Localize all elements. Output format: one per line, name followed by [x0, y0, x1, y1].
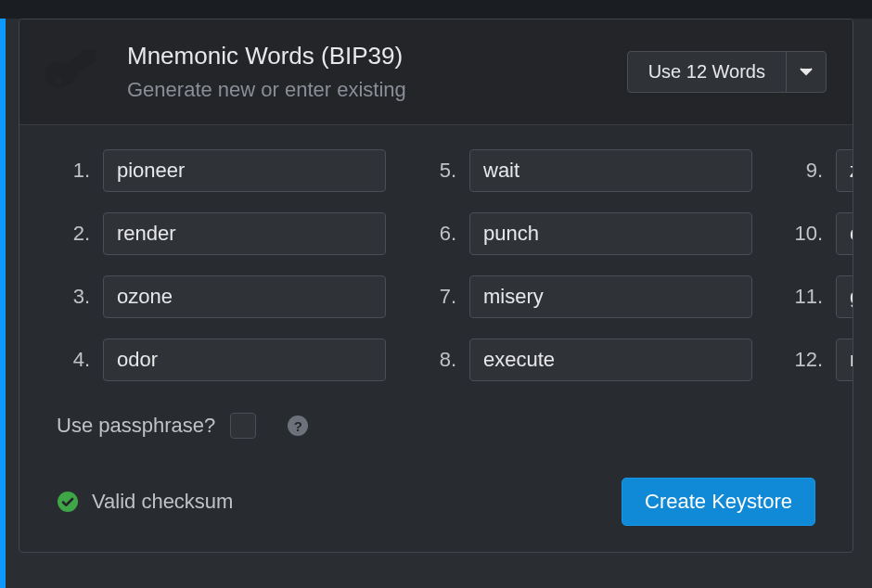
word-cell: 10.	[789, 212, 853, 255]
mnemonic-words-grid: 1. 2. 3. 4. 5. 6. 7. 8. 9. 10. 11. 12.	[57, 149, 815, 381]
svg-point-0	[58, 492, 78, 512]
word-cell: 8.	[423, 339, 752, 381]
mnemonic-word-input-7[interactable]	[469, 275, 752, 318]
word-cell: 12.	[789, 339, 853, 381]
word-number: 5.	[423, 159, 456, 183]
mnemonic-word-input-6[interactable]	[469, 212, 752, 255]
word-number: 12.	[789, 348, 823, 372]
mnemonic-word-input-9[interactable]	[836, 149, 853, 192]
mnemonic-word-input-11[interactable]	[836, 275, 853, 318]
mnemonic-word-input-5[interactable]	[469, 149, 752, 192]
word-number: 4.	[57, 348, 90, 372]
word-number: 6.	[423, 222, 456, 246]
passphrase-row: Use passphrase? ?	[57, 413, 815, 439]
word-number: 9.	[789, 159, 823, 183]
word-cell: 1.	[57, 149, 386, 192]
word-cell: 4.	[57, 339, 386, 381]
word-cell: 9.	[789, 149, 853, 192]
help-icon[interactable]: ?	[288, 415, 308, 436]
panel-header: Mnemonic Words (BIP39) Generate new or e…	[19, 19, 853, 125]
app-window: Mnemonic Words (BIP39) Generate new or e…	[0, 19, 872, 588]
header-text: Mnemonic Words (BIP39) Generate new or e…	[127, 42, 627, 102]
word-count-label: Use 12 Words	[628, 52, 787, 92]
mnemonic-word-input-12[interactable]	[836, 339, 853, 381]
word-cell: 5.	[423, 149, 752, 192]
create-keystore-button[interactable]: Create Keystore	[622, 478, 815, 526]
word-cell: 11.	[789, 275, 853, 318]
mnemonic-word-input-10[interactable]	[836, 212, 853, 255]
mnemonic-word-input-4[interactable]	[103, 339, 386, 381]
word-cell: 7.	[423, 275, 752, 318]
word-number: 11.	[789, 285, 823, 309]
word-number: 1.	[57, 159, 90, 183]
mnemonic-word-input-8[interactable]	[469, 339, 752, 381]
mnemonic-panel: Mnemonic Words (BIP39) Generate new or e…	[19, 19, 853, 553]
word-number: 8.	[423, 348, 456, 372]
chevron-down-icon	[787, 52, 826, 92]
word-number: 3.	[57, 285, 90, 309]
word-number: 7.	[423, 285, 456, 309]
word-number: 2.	[57, 222, 90, 246]
passphrase-checkbox[interactable]	[230, 413, 256, 439]
page-subtitle: Generate new or enter existing	[127, 78, 627, 102]
page-title: Mnemonic Words (BIP39)	[127, 42, 627, 70]
key-icon	[42, 43, 101, 102]
word-count-dropdown[interactable]: Use 12 Words	[627, 51, 827, 93]
checksum-status: Valid checksum	[57, 490, 233, 514]
panel-body: 1. 2. 3. 4. 5. 6. 7. 8. 9. 10. 11. 12. U…	[19, 125, 853, 552]
panel-footer: Valid checksum Create Keystore	[57, 478, 815, 526]
status-text: Valid checksum	[92, 490, 233, 514]
word-cell: 2.	[57, 212, 386, 255]
mnemonic-word-input-1[interactable]	[103, 149, 386, 192]
word-cell: 3.	[57, 275, 386, 318]
check-circle-icon	[57, 491, 79, 513]
passphrase-label: Use passphrase?	[57, 414, 215, 438]
mnemonic-word-input-3[interactable]	[103, 275, 386, 318]
word-number: 10.	[789, 222, 823, 246]
word-cell: 6.	[423, 212, 752, 255]
mnemonic-word-input-2[interactable]	[103, 212, 386, 255]
